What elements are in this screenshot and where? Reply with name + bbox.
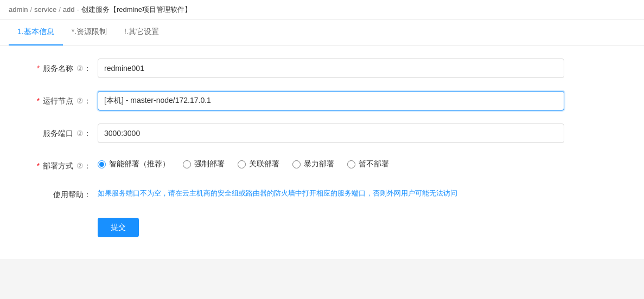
control-service-port: [98, 123, 564, 143]
required-marker-deploy-mode: *: [37, 161, 40, 170]
form-row-run-node: * 运行节点 ②：: [0, 91, 644, 110]
control-help: 如果服务端口不为空，请在云主机商的安全组或路由器的防火墙中打开相应的服务端口，否…: [98, 185, 564, 199]
control-run-node: [98, 91, 564, 110]
radio-smart[interactable]: 智能部署（推荐）: [98, 159, 170, 169]
radio-force-input[interactable]: [183, 160, 191, 168]
tab-bar: 1.基本信息 *.资源限制 !.其它设置: [0, 20, 644, 46]
breadcrumb-admin[interactable]: admin: [9, 5, 28, 14]
breadcrumb-sep-2: /: [59, 5, 61, 14]
radio-brutal[interactable]: 暴力部署: [292, 159, 334, 169]
breadcrumb-sep-3: -: [77, 5, 79, 14]
tab-basic[interactable]: 1.基本信息: [9, 20, 63, 46]
form-row-deploy-mode: * 部署方式 ②： 智能部署（推荐） 强制部署 关联部署: [0, 156, 644, 172]
control-service-name: [98, 58, 564, 78]
radio-related-input[interactable]: [238, 160, 246, 168]
control-deploy-mode: 智能部署（推荐） 强制部署 关联部署 暴力部署: [98, 156, 564, 169]
input-service-name[interactable]: [98, 58, 564, 78]
submit-button[interactable]: 提交: [98, 218, 139, 237]
input-run-node[interactable]: [98, 91, 564, 110]
label-help: 使用帮助：: [11, 185, 98, 200]
help-icon-run-node[interactable]: ②: [76, 96, 84, 105]
tab-other[interactable]: !.其它设置: [116, 20, 168, 46]
form-row-service-name: * 服务名称 ②：: [0, 58, 644, 78]
label-deploy-mode: * 部署方式 ②：: [11, 156, 98, 172]
breadcrumb-service[interactable]: service: [34, 5, 56, 14]
required-marker-run-node: *: [37, 96, 40, 105]
breadcrumb-sep-1: /: [30, 5, 32, 14]
form-area: * 服务名称 ②： * 运行节点 ②： 服务端口 ②：: [0, 46, 644, 259]
radio-brutal-input[interactable]: [292, 160, 301, 168]
tab-resource[interactable]: *.资源限制: [63, 20, 116, 46]
submit-row: 提交: [0, 213, 644, 237]
label-service-name: * 服务名称 ②：: [11, 58, 98, 74]
help-icon-service-name[interactable]: ②: [76, 64, 84, 73]
radio-force[interactable]: 强制部署: [183, 159, 225, 169]
breadcrumb-current: 创建服务【redmine项目管理软件】: [81, 5, 192, 15]
help-icon-service-port[interactable]: ②: [76, 129, 84, 138]
radio-no-input[interactable]: [347, 160, 355, 168]
help-icon-deploy-mode[interactable]: ②: [76, 161, 84, 170]
required-marker-service-name: *: [37, 64, 40, 73]
breadcrumb-add[interactable]: add: [63, 5, 75, 14]
label-service-port: 服务端口 ②：: [11, 123, 98, 139]
radio-related-label: 关联部署: [249, 159, 279, 169]
help-text-content: 如果服务端口不为空，请在云主机商的安全组或路由器的防火墙中打开相应的服务端口，否…: [98, 185, 564, 199]
radio-related[interactable]: 关联部署: [238, 159, 279, 169]
main-content: 1.基本信息 *.资源限制 !.其它设置 * 服务名称 ②： * 运行节点 ②：: [0, 20, 644, 259]
form-row-service-port: 服务端口 ②：: [0, 123, 644, 143]
input-service-port[interactable]: [98, 123, 564, 143]
radio-smart-input[interactable]: [98, 160, 106, 168]
radio-group-deploy: 智能部署（推荐） 强制部署 关联部署 暴力部署: [98, 156, 564, 169]
form-row-help: 使用帮助： 如果服务端口不为空，请在云主机商的安全组或路由器的防火墙中打开相应的…: [0, 185, 644, 200]
breadcrumb: admin / service / add - 创建服务【redmine项目管理…: [0, 0, 644, 20]
radio-smart-label: 智能部署（推荐）: [109, 159, 170, 169]
radio-force-label: 强制部署: [194, 159, 225, 169]
label-run-node: * 运行节点 ②：: [11, 91, 98, 107]
radio-brutal-label: 暴力部署: [304, 159, 334, 169]
radio-no[interactable]: 暂不部署: [347, 159, 389, 169]
radio-no-label: 暂不部署: [359, 159, 389, 169]
